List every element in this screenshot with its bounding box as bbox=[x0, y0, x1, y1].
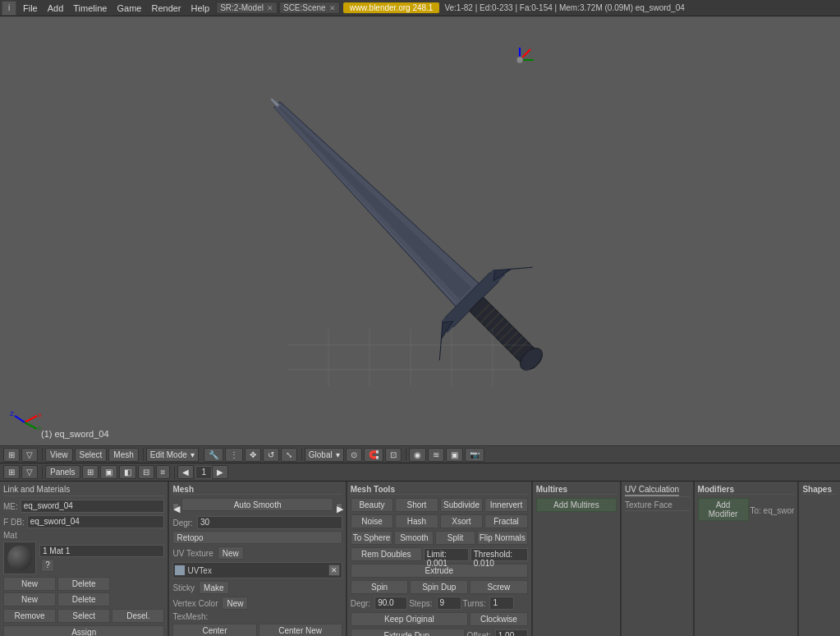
uv-calc-tab[interactable]: UV Calculation bbox=[625, 485, 679, 496]
mat-num-field[interactable]: 1 Mat 1 bbox=[39, 545, 164, 557]
delete-btn-1[interactable]: Delete bbox=[57, 577, 110, 591]
tab-sce-scene[interactable]: SCE:Scene ✕ bbox=[279, 2, 340, 14]
turns-field[interactable]: 1 bbox=[489, 597, 514, 610]
delete-btn-2[interactable]: Delete bbox=[57, 592, 110, 606]
smooth-btn[interactable]: Smooth bbox=[394, 531, 434, 545]
xsort-btn[interactable]: Xsort bbox=[440, 514, 484, 528]
snap-icon[interactable]: 🔧 bbox=[204, 448, 223, 462]
hash-btn[interactable]: Hash bbox=[395, 514, 438, 528]
offset-field[interactable]: 1.00 bbox=[495, 629, 528, 637]
svg-line-32 bbox=[15, 416, 25, 422]
clockwise-btn[interactable]: Clockwise bbox=[470, 612, 528, 626]
short-btn[interactable]: Short bbox=[395, 498, 438, 512]
uv-new-btn[interactable]: New bbox=[218, 546, 244, 560]
spin-btn[interactable]: Spin bbox=[351, 580, 409, 594]
panel-icon3[interactable]: ◧ bbox=[119, 465, 136, 479]
mat-buttons: New Delete New Delete bbox=[3, 577, 164, 606]
panel-type-btn2[interactable]: ▽ bbox=[21, 465, 38, 479]
select-menu-btn[interactable]: Select bbox=[75, 448, 108, 462]
spin-dup-btn[interactable]: Spin Dup bbox=[410, 580, 468, 594]
uvtex-remove-btn[interactable]: ✕ bbox=[328, 565, 340, 576]
panel-icon4[interactable]: ⊟ bbox=[138, 465, 154, 479]
view-menu-btn[interactable]: View bbox=[45, 448, 73, 462]
arrow-left[interactable]: ◀ bbox=[172, 503, 179, 509]
menu-game[interactable]: Game bbox=[112, 2, 146, 15]
menu-timeline[interactable]: Timeline bbox=[68, 2, 112, 15]
global-dropdown[interactable]: Global ▾ bbox=[305, 448, 344, 462]
blender-icon[interactable]: i bbox=[2, 1, 16, 16]
auto-smooth-btn[interactable]: Auto Smooth bbox=[181, 498, 333, 511]
scale-icon[interactable]: ⤡ bbox=[281, 448, 297, 462]
flip-normals-btn[interactable]: Flip Normals bbox=[477, 531, 528, 545]
mesh-menu-btn[interactable]: Mesh bbox=[108, 448, 138, 462]
me-field[interactable]: eq_sword_04 bbox=[21, 500, 165, 513]
rem-doubles-btn[interactable]: Rem Doubles bbox=[351, 547, 422, 561]
viewport-type-btn2[interactable]: ▽ bbox=[21, 448, 38, 462]
db-field[interactable]: eq_sword_04 bbox=[27, 515, 165, 528]
retopo-btn[interactable]: Retopo bbox=[172, 531, 342, 544]
fractal-btn[interactable]: Fractal bbox=[484, 514, 528, 528]
assign-btn[interactable]: Assign bbox=[3, 625, 164, 636]
panel-icon2[interactable]: ▣ bbox=[100, 465, 117, 479]
snap-type-btn[interactable]: ⊡ bbox=[385, 448, 402, 462]
mode-dropdown[interactable]: Edit Mode ▾ bbox=[146, 448, 199, 462]
tab-close-sr2[interactable]: ✕ bbox=[267, 4, 273, 12]
move-icon[interactable]: ✥ bbox=[245, 448, 261, 462]
make-btn[interactable]: Make bbox=[199, 581, 228, 594]
noise-btn[interactable]: Noise bbox=[351, 514, 394, 528]
menu-add[interactable]: Add bbox=[43, 2, 69, 15]
desel-btn[interactable]: Desel. bbox=[112, 609, 164, 623]
panel-num-next[interactable]: ▶ bbox=[212, 465, 228, 479]
occlude-btn[interactable]: ▣ bbox=[446, 448, 463, 462]
select-btn[interactable]: Select bbox=[57, 609, 110, 623]
steps-field[interactable]: 9 bbox=[437, 597, 461, 610]
sep3 bbox=[301, 448, 302, 461]
split-btn[interactable]: Split bbox=[435, 531, 475, 545]
vcolor-new-btn[interactable]: New bbox=[222, 597, 248, 610]
add-multires-btn[interactable]: Add Multires bbox=[536, 498, 617, 512]
tab-close-sce[interactable]: ✕ bbox=[329, 4, 336, 12]
innervert-btn[interactable]: Innervert bbox=[484, 498, 528, 512]
screw-btn[interactable]: Screw bbox=[470, 580, 528, 594]
blender-url[interactable]: www.blender.org 248.1 bbox=[343, 2, 440, 13]
menu-help[interactable]: Help bbox=[186, 2, 215, 15]
threshold-field[interactable]: Threshold: 0.010 bbox=[470, 548, 528, 561]
center-new-btn[interactable]: Center New bbox=[259, 624, 342, 636]
panel-num-prev[interactable]: ◀ bbox=[177, 465, 194, 479]
panel-type-btn[interactable]: ⊞ bbox=[3, 465, 20, 479]
extrude-btn[interactable]: Extrude bbox=[351, 564, 528, 578]
viewport-type-btn[interactable]: ⊞ bbox=[3, 448, 20, 462]
center-btn[interactable]: Center bbox=[172, 624, 256, 636]
rotate-icon[interactable]: ↺ bbox=[263, 448, 279, 462]
texface-tab[interactable]: Texture Face bbox=[625, 500, 672, 510]
subdivide-btn[interactable]: Subdivide bbox=[440, 498, 484, 512]
menu-render[interactable]: Render bbox=[146, 2, 186, 15]
extrude-dup-btn[interactable]: Extrude Dup. bbox=[351, 629, 466, 636]
to-sphere-btn[interactable]: To Sphere bbox=[351, 531, 393, 545]
keep-original-btn[interactable]: Keep Original bbox=[351, 612, 468, 626]
new-btn-2[interactable]: New bbox=[3, 592, 56, 606]
beauty-btn[interactable]: Beauty bbox=[351, 498, 394, 512]
snap-magnet-btn[interactable]: 🧲 bbox=[364, 448, 383, 462]
proportional-type-btn[interactable]: ≋ bbox=[428, 448, 444, 462]
panel-icon1[interactable]: ⊞ bbox=[82, 465, 99, 479]
texmesh-label: TexMesh: bbox=[172, 612, 208, 621]
panel-num-display: 1 bbox=[195, 466, 212, 479]
new-btn-1[interactable]: New bbox=[3, 577, 56, 591]
degr-field[interactable]: 30 bbox=[197, 516, 342, 529]
panels-btn[interactable]: Panels bbox=[45, 465, 80, 479]
limit-field[interactable]: Limit: 0.001 bbox=[424, 548, 469, 561]
add-modifier-btn[interactable]: Add Modifier bbox=[698, 498, 749, 521]
proportional-btn[interactable]: ◉ bbox=[409, 448, 426, 462]
viewport[interactable]: X Y Z (1) eq_sword_04 bbox=[0, 16, 840, 447]
tab-sr2-model[interactable]: SR:2-Model ✕ bbox=[216, 2, 278, 14]
pivot-btn[interactable]: ⊙ bbox=[346, 448, 362, 462]
degr2-field[interactable]: 90.0 bbox=[374, 597, 407, 610]
grid-icon[interactable]: ⋮ bbox=[225, 448, 243, 462]
panel-icon5[interactable]: ≡ bbox=[156, 465, 171, 479]
remove-btn[interactable]: Remove bbox=[3, 609, 56, 623]
mat-question-btn[interactable]: ? bbox=[41, 559, 54, 572]
arrow-right[interactable]: ▶ bbox=[336, 503, 342, 509]
menu-file[interactable]: File bbox=[18, 2, 43, 15]
camera-btn[interactable]: 📷 bbox=[465, 448, 484, 462]
